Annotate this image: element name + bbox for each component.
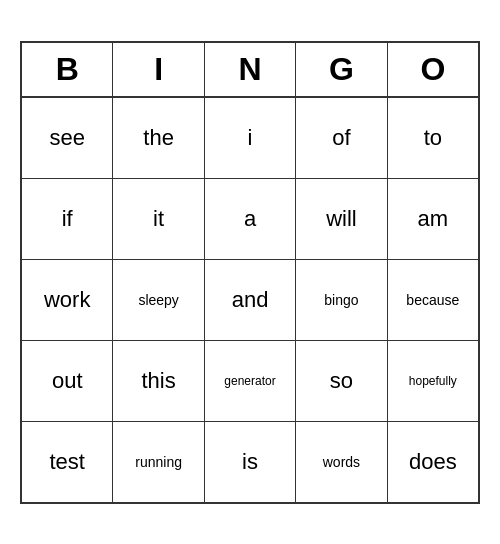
header-letter-b: B — [22, 43, 113, 96]
bingo-cell-r0-c4: to — [388, 98, 478, 178]
bingo-cell-r1-c3: will — [296, 179, 387, 259]
bingo-row-1: ifitawillam — [22, 179, 478, 260]
bingo-cell-r1-c2: a — [205, 179, 296, 259]
bingo-cell-r3-c3: so — [296, 341, 387, 421]
bingo-card: BINGO seetheioftoifitawillamworksleepyan… — [20, 41, 480, 504]
bingo-cell-r0-c1: the — [113, 98, 204, 178]
bingo-cell-r4-c3: words — [296, 422, 387, 502]
bingo-row-2: worksleepyandbingobecause — [22, 260, 478, 341]
bingo-row-0: seetheiofto — [22, 98, 478, 179]
bingo-row-3: outthisgeneratorsohopefully — [22, 341, 478, 422]
bingo-cell-r0-c3: of — [296, 98, 387, 178]
bingo-cell-r2-c3: bingo — [296, 260, 387, 340]
bingo-cell-r3-c1: this — [113, 341, 204, 421]
bingo-header: BINGO — [22, 43, 478, 98]
bingo-cell-r2-c0: work — [22, 260, 113, 340]
bingo-cell-r1-c0: if — [22, 179, 113, 259]
header-letter-i: I — [113, 43, 204, 96]
bingo-cell-r0-c2: i — [205, 98, 296, 178]
bingo-cell-r2-c1: sleepy — [113, 260, 204, 340]
header-letter-g: G — [296, 43, 387, 96]
bingo-cell-r3-c0: out — [22, 341, 113, 421]
header-letter-n: N — [205, 43, 296, 96]
bingo-cell-r1-c4: am — [388, 179, 478, 259]
bingo-cell-r1-c1: it — [113, 179, 204, 259]
bingo-cell-r4-c0: test — [22, 422, 113, 502]
bingo-cell-r2-c4: because — [388, 260, 478, 340]
bingo-cell-r4-c2: is — [205, 422, 296, 502]
bingo-row-4: testrunningiswordsdoes — [22, 422, 478, 502]
bingo-cell-r2-c2: and — [205, 260, 296, 340]
bingo-cell-r0-c0: see — [22, 98, 113, 178]
bingo-cell-r3-c4: hopefully — [388, 341, 478, 421]
header-letter-o: O — [388, 43, 478, 96]
bingo-cell-r3-c2: generator — [205, 341, 296, 421]
bingo-cell-r4-c4: does — [388, 422, 478, 502]
bingo-cell-r4-c1: running — [113, 422, 204, 502]
